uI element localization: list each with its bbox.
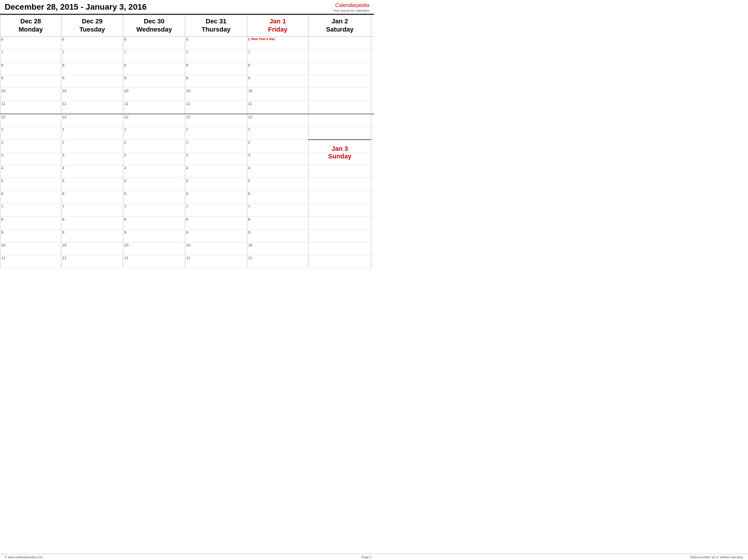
title-text: December 28, 2015 - January 3, 2016	[5, 2, 147, 11]
time-row-5: 1111111111	[0, 101, 374, 114]
time-row-0: 66666New Year's Day	[0, 37, 374, 49]
time-row-4: 1010101010	[0, 88, 374, 101]
time-row-11: 55555	[0, 178, 374, 191]
time-row-6: 1212121212	[0, 114, 374, 126]
time-row-2: 88888	[0, 62, 374, 75]
brand-name: Calendarpedia	[333, 2, 369, 9]
time-row-1: 77777	[0, 49, 374, 62]
page-header: December 28, 2015 - January 3, 2016 Cale…	[0, 0, 374, 14]
page-wrapper: December 28, 2015 - January 3, 2016 Cale…	[0, 0, 374, 268]
brand-logo: Calendarpedia Your source for calendars	[333, 2, 369, 13]
jan3-header: Jan 3Sunday	[308, 139, 371, 165]
time-row-13: 77777	[0, 204, 374, 216]
day-header-jan1: Jan 1Friday	[247, 15, 308, 36]
time-row-14: 88888	[0, 216, 374, 229]
page-title: December 28, 2015 - January 3, 2016	[5, 2, 147, 12]
time-grid: 66666New Year's Day777778888899999101010…	[0, 37, 374, 268]
time-row-3: 99999	[0, 75, 374, 88]
brand-tagline: Your source for calendars	[333, 9, 369, 13]
time-row-12: 66666	[0, 191, 374, 204]
time-row-15: 99999	[0, 229, 374, 242]
time-row-10: 44444	[0, 165, 374, 178]
time-row-7: 11111	[0, 126, 374, 139]
time-row-16: 1010101010	[0, 242, 374, 255]
day-header-dec31: Dec 31Thursday	[185, 15, 247, 36]
day-header-dec30: Dec 30Wednesday	[123, 15, 185, 36]
day-headers: Dec 28Monday Dec 29Tuesday Dec 30Wednesd…	[0, 14, 374, 37]
time-row-17: 1111111111	[0, 255, 374, 268]
day-header-jan2: Jan 2Saturday	[308, 15, 371, 36]
day-header-dec29: Dec 29Tuesday	[61, 15, 123, 36]
time-row-8: 22222Jan 3Sunday	[0, 139, 374, 152]
day-header-dec28: Dec 28Monday	[0, 15, 61, 36]
holiday-text-new-years: New Year's Day	[251, 37, 275, 41]
